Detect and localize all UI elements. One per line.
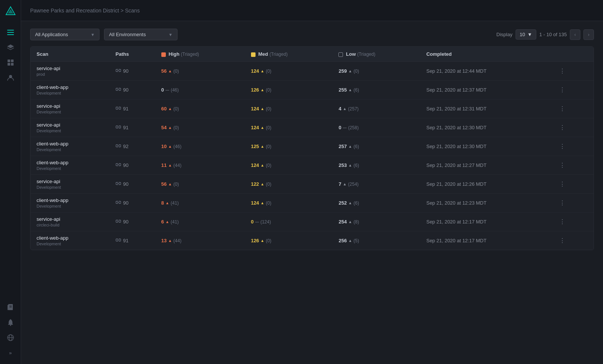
table-row[interactable]: client-web-app Development 92 10 ▲ [31, 137, 594, 156]
scans-table-container: Scan Paths High (Triaged) Med [30, 46, 594, 250]
high-arrow-icon: ▲ [168, 144, 172, 148]
row-menu-button[interactable]: ⋮ [556, 179, 588, 189]
link-icon [116, 143, 121, 150]
row-menu-button[interactable]: ⋮ [556, 66, 588, 76]
environments-filter[interactable]: All Environments ▼ [104, 29, 177, 40]
med-triaged: (0) [266, 87, 271, 93]
low-arrow-icon: ▲ [348, 144, 352, 148]
scan-name: client-web-app [37, 84, 104, 90]
paths-count: 91 [123, 106, 129, 112]
scan-name: client-web-app [37, 160, 104, 165]
breadcrumb: Pawnee Parks and Recreation District > S… [30, 8, 140, 14]
low-arrow-icon: ▲ [348, 69, 352, 73]
table-row[interactable]: service-api Development 91 60 ▲ (0 [31, 99, 594, 118]
high-arrow-icon: ▲ [168, 239, 172, 243]
low-triaged: (6) [354, 87, 359, 93]
completed-cell: Sep 21, 2020 at 12:17 MDT [420, 231, 550, 250]
high-triaged: (44) [173, 238, 181, 243]
row-menu-button[interactable]: ⋮ [556, 141, 588, 151]
med-cell: 124 ▲ (0) [245, 62, 333, 81]
sidebar-item-layers[interactable] [4, 41, 17, 54]
med-num: 124 [251, 162, 259, 168]
sidebar: » [0, 0, 21, 364]
completed-cell: Sep 21, 2020 at 12:30 MDT [420, 137, 550, 156]
table-row[interactable]: service-api prod 90 56 ▲ (0) [31, 62, 594, 81]
sidebar-item-notifications[interactable] [4, 316, 17, 329]
high-cell: 6 ▲ (41) [155, 213, 245, 231]
table-header-row: Scan Paths High (Triaged) Med [31, 47, 594, 62]
low-cell: 259 ▲ (0) [332, 62, 420, 81]
high-arrow-icon: ▲ [165, 220, 169, 224]
high-cell: 13 ▲ (44) [155, 231, 245, 250]
sidebar-item-users[interactable] [4, 71, 17, 84]
row-menu-button[interactable]: ⋮ [556, 236, 588, 246]
row-menu-button[interactable]: ⋮ [556, 198, 588, 208]
display-chevron: ▼ [527, 32, 532, 37]
sidebar-expand-button[interactable]: » [4, 346, 17, 359]
applications-filter[interactable]: All Applications ▼ [30, 29, 99, 40]
table-row[interactable]: service-api circleci-build 90 6 ▲ [31, 213, 594, 231]
med-triaged: (0) [266, 182, 271, 187]
med-num: 124 [251, 125, 259, 130]
low-arrow-icon: ▲ [343, 182, 347, 186]
low-num: 257 [338, 144, 347, 149]
paths-count: 90 [123, 87, 129, 93]
logo[interactable] [4, 5, 17, 18]
table-row[interactable]: client-web-app Development 91 13 ▲ [31, 231, 594, 250]
sidebar-item-menu[interactable] [4, 26, 17, 39]
scan-name-cell: service-api prod [31, 62, 110, 81]
med-num: 122 [251, 181, 259, 187]
high-arrow-icon: ▲ [168, 69, 172, 73]
sidebar-item-dashboard[interactable] [4, 56, 17, 69]
paths-count: 91 [123, 238, 129, 243]
scan-env: Development [37, 147, 104, 152]
med-cell: 122 ▲ (0) [245, 175, 333, 194]
low-arrow-icon: ▲ [348, 239, 352, 243]
environments-filter-chevron: ▼ [168, 32, 173, 37]
next-page-button[interactable]: › [583, 29, 594, 40]
table-row[interactable]: client-web-app Development 90 8 ▲ [31, 194, 594, 213]
med-cell: 124 ▲ (0) [245, 156, 333, 175]
scan-name: service-api [37, 66, 104, 71]
low-arrow-icon: ▲ [348, 220, 352, 224]
table-row[interactable]: client-web-app Development 90 11 ▲ [31, 156, 594, 175]
link-icon [116, 162, 121, 168]
sidebar-item-book[interactable] [4, 301, 17, 314]
table-row[interactable]: service-api Development 90 56 ▲ (0 [31, 175, 594, 194]
row-menu-button[interactable]: ⋮ [556, 104, 588, 114]
display-per-page[interactable]: 10 ▼ [516, 29, 536, 40]
row-menu-button[interactable]: ⋮ [556, 85, 588, 95]
sidebar-item-globe[interactable] [4, 331, 17, 344]
completed-date: Sep 21, 2020 at 12:37 MDT [426, 87, 487, 93]
prev-page-button[interactable]: ‹ [570, 29, 580, 40]
completed-cell: Sep 21, 2020 at 12:26 MDT [420, 175, 550, 194]
high-triaged: (0) [173, 125, 179, 130]
row-menu-button[interactable]: ⋮ [556, 122, 588, 133]
scan-name-cell: client-web-app Development [31, 137, 110, 156]
applications-filter-chevron: ▼ [90, 32, 95, 37]
scan-name: client-web-app [37, 141, 104, 147]
table-row[interactable]: service-api Development 91 54 ▲ (0 [31, 118, 594, 137]
high-arrow-icon: ▲ [168, 182, 172, 186]
high-cell: 56 ▲ (0) [155, 62, 245, 81]
med-triaged: (0) [266, 200, 271, 206]
low-cell: 257 ▲ (6) [332, 137, 420, 156]
scan-name: service-api [37, 216, 104, 222]
row-menu-button[interactable]: ⋮ [556, 160, 588, 170]
row-menu-button[interactable]: ⋮ [556, 217, 588, 227]
row-actions-cell: ⋮ [550, 81, 594, 99]
paths-cell: 90 [110, 213, 155, 231]
svg-rect-5 [8, 60, 10, 62]
pagination-controls: Display 10 ▼ 1 - 10 of 135 ‹ › [496, 29, 594, 40]
low-triaged: (254) [348, 182, 359, 187]
med-cell: 0 — (124) [245, 213, 333, 231]
table-row[interactable]: client-web-app Development 90 0 — [31, 81, 594, 99]
main-content: Pawnee Parks and Recreation District > S… [21, 0, 603, 364]
high-triaged: (0) [173, 182, 179, 187]
med-arrow-icon: ▲ [260, 107, 264, 111]
col-high-triaged: (Triaged) [181, 52, 199, 57]
med-arrow-icon: ▲ [260, 163, 264, 167]
svg-rect-6 [11, 60, 14, 62]
high-cell: 11 ▲ (44) [155, 156, 245, 175]
high-arrow-icon: ▲ [168, 107, 172, 111]
